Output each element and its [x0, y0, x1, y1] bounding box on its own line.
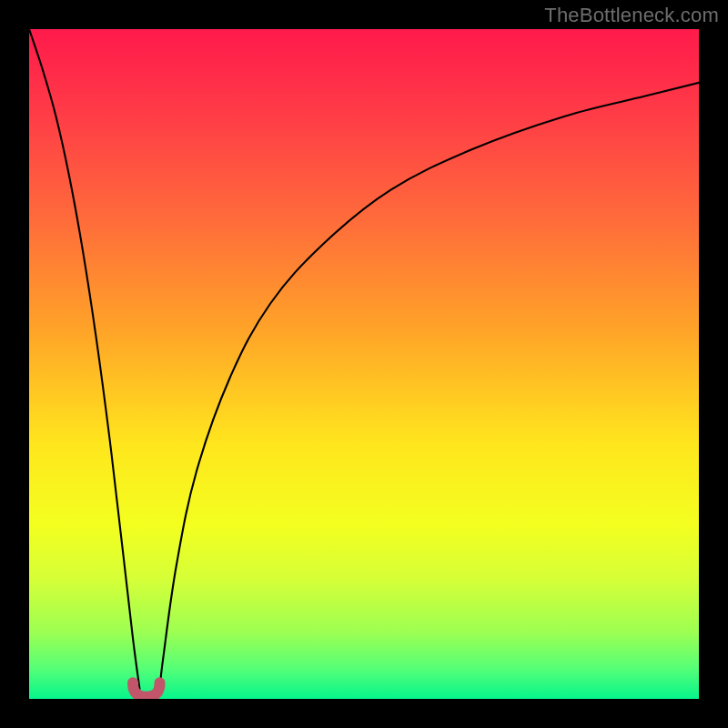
outer-frame: TheBottleneck.com — [0, 0, 728, 728]
curve-right-branch — [160, 83, 699, 689]
curve-left-branch — [29, 29, 139, 689]
minimum-u-marker — [133, 682, 159, 696]
watermark-text: TheBottleneck.com — [544, 4, 719, 27]
plot-area — [29, 29, 699, 699]
curve-layer — [29, 29, 699, 699]
